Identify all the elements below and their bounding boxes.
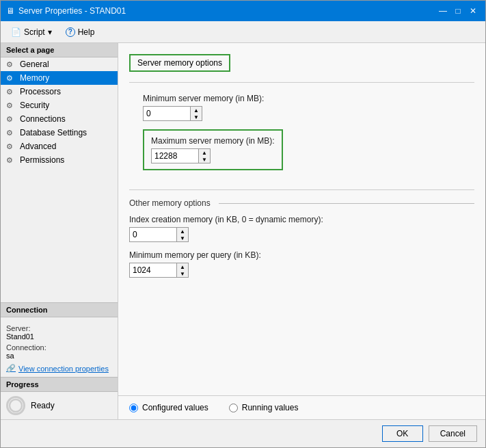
min-query-up[interactable]: ▲ — [177, 263, 188, 270]
min-memory-input-group: 0 ▲ ▼ — [143, 106, 474, 121]
max-memory-input-group: 12288 ▲ ▼ — [151, 148, 275, 163]
general-icon: ⚙ — [6, 60, 16, 69]
connection-body: Server: Stand01 Connection: sa 🔗 View co… — [1, 317, 118, 377]
configured-label[interactable]: Configured values — [142, 403, 208, 412]
configured-radio-group: Configured values — [129, 403, 208, 412]
help-icon: ? — [66, 27, 75, 37]
close-button[interactable]: ✕ — [466, 4, 480, 18]
cancel-button[interactable]: Cancel — [429, 425, 477, 442]
progress-body: Ready — [1, 392, 118, 419]
configured-radio[interactable] — [129, 404, 138, 412]
min-memory-label: Minimum server memory (in MB): — [143, 94, 474, 103]
section-title-box: Server memory options — [129, 54, 230, 72]
running-label[interactable]: Running values — [242, 403, 299, 412]
max-memory-input[interactable]: 12288 — [151, 148, 199, 163]
progress-status: Ready — [31, 401, 55, 410]
progress-section: Progress Ready — [1, 377, 118, 419]
connection-label: Connection: — [6, 343, 112, 352]
sidebar-item-connections[interactable]: ⚙ Connections — [1, 112, 118, 126]
help-button[interactable]: ? Help — [61, 25, 100, 39]
index-creation-input-group: 0 ▲ ▼ — [129, 227, 474, 242]
section-title: Server memory options — [137, 58, 222, 68]
server-label: Server: — [6, 324, 112, 332]
sidebar-item-advanced[interactable]: ⚙ Advanced — [1, 140, 118, 153]
index-creation-label: Index creation memory (in KB, 0 = dynami… — [129, 215, 474, 224]
index-creation-input[interactable]: 0 — [129, 227, 177, 242]
window-controls: — □ ✕ — [436, 4, 480, 18]
main-content: Select a page ⚙ General ⚙ Memory ⚙ Proce… — [1, 43, 485, 419]
min-query-label: Minimum memory per query (in KB): — [129, 250, 474, 260]
sidebar: Select a page ⚙ General ⚙ Memory ⚙ Proce… — [1, 43, 118, 419]
min-memory-down[interactable]: ▼ — [191, 114, 202, 120]
connection-value: sa — [6, 352, 112, 360]
advanced-icon: ⚙ — [6, 142, 16, 151]
connections-icon: ⚙ — [6, 115, 16, 124]
permissions-icon: ⚙ — [6, 156, 16, 165]
window-title: Server Properties - STAND01 — [18, 6, 126, 16]
sidebar-header: Select a page — [1, 43, 118, 57]
divider — [129, 189, 474, 190]
index-creation-spinners: ▲ ▼ — [177, 227, 189, 242]
max-memory-box: Maximum server memory (in MB): 12288 ▲ ▼ — [143, 129, 283, 170]
sidebar-item-general[interactable]: ⚙ General — [1, 57, 118, 71]
running-radio-group: Running values — [229, 403, 299, 412]
footer: OK Cancel — [1, 419, 485, 447]
title-bar: 🖥 Server Properties - STAND01 — □ ✕ — [1, 1, 485, 21]
index-creation-down[interactable]: ▼ — [177, 235, 188, 241]
index-creation-group: Index creation memory (in KB, 0 = dynami… — [129, 215, 474, 242]
min-memory-up[interactable]: ▲ — [191, 107, 202, 114]
progress-spinner — [6, 396, 25, 415]
progress-header: Progress — [1, 378, 118, 392]
min-query-down[interactable]: ▼ — [177, 270, 188, 277]
running-radio[interactable] — [229, 404, 238, 412]
database-settings-icon: ⚙ — [6, 129, 16, 137]
sidebar-item-database-settings[interactable]: ⚙ Database Settings — [1, 126, 118, 140]
security-icon: ⚙ — [6, 101, 16, 110]
processors-icon: ⚙ — [6, 88, 16, 96]
index-creation-up[interactable]: ▲ — [177, 228, 188, 235]
min-query-group: Minimum memory per query (in KB): 1024 ▲… — [129, 250, 474, 278]
min-memory-group: Minimum server memory (in MB): 0 ▲ ▼ — [143, 94, 474, 121]
sidebar-item-permissions[interactable]: ⚙ Permissions — [1, 153, 118, 167]
connection-section: Connection Server: Stand01 Connection: s… — [1, 302, 118, 377]
max-memory-spinners: ▲ ▼ — [199, 148, 211, 163]
script-icon: 📄 — [11, 27, 21, 37]
script-button[interactable]: 📄 Script ▾ — [6, 25, 57, 39]
toolbar: 📄 Script ▾ ? Help — [1, 21, 485, 43]
max-memory-label: Maximum server memory (in MB): — [151, 136, 275, 146]
max-memory-up[interactable]: ▲ — [199, 149, 210, 156]
sidebar-nav: ⚙ General ⚙ Memory ⚙ Processors ⚙ Securi… — [1, 57, 118, 302]
min-query-spinners: ▲ ▼ — [177, 263, 189, 278]
min-query-input-group: 1024 ▲ ▼ — [129, 263, 474, 278]
sidebar-item-security[interactable]: ⚙ Security — [1, 98, 118, 112]
connection-header: Connection — [1, 303, 118, 317]
min-memory-spinners: ▲ ▼ — [191, 106, 202, 121]
min-memory-input[interactable]: 0 — [143, 106, 191, 121]
ok-button[interactable]: OK — [382, 425, 423, 442]
maximize-button[interactable]: □ — [451, 4, 465, 18]
server-value: Stand01 — [6, 332, 112, 341]
window-icon: 🖥 — [6, 6, 14, 16]
min-query-input[interactable]: 1024 — [129, 263, 177, 278]
minimize-button[interactable]: — — [436, 4, 450, 18]
sidebar-item-processors[interactable]: ⚙ Processors — [1, 85, 118, 98]
script-dropdown-icon: ▾ — [48, 27, 52, 37]
sidebar-item-memory[interactable]: ⚙ Memory — [1, 71, 118, 85]
content-panel: Server memory options Minimum server mem… — [118, 43, 485, 395]
memory-icon: ⚙ — [6, 74, 16, 83]
other-options-label: Other memory options — [129, 198, 474, 208]
max-memory-down[interactable]: ▼ — [199, 156, 210, 163]
main-window: 🖥 Server Properties - STAND01 — □ ✕ 📄 Sc… — [0, 0, 486, 448]
connection-link-icon: 🔗 — [6, 364, 16, 373]
view-connection-link[interactable]: 🔗 View connection properties — [6, 364, 112, 373]
svg-point-0 — [10, 399, 22, 412]
